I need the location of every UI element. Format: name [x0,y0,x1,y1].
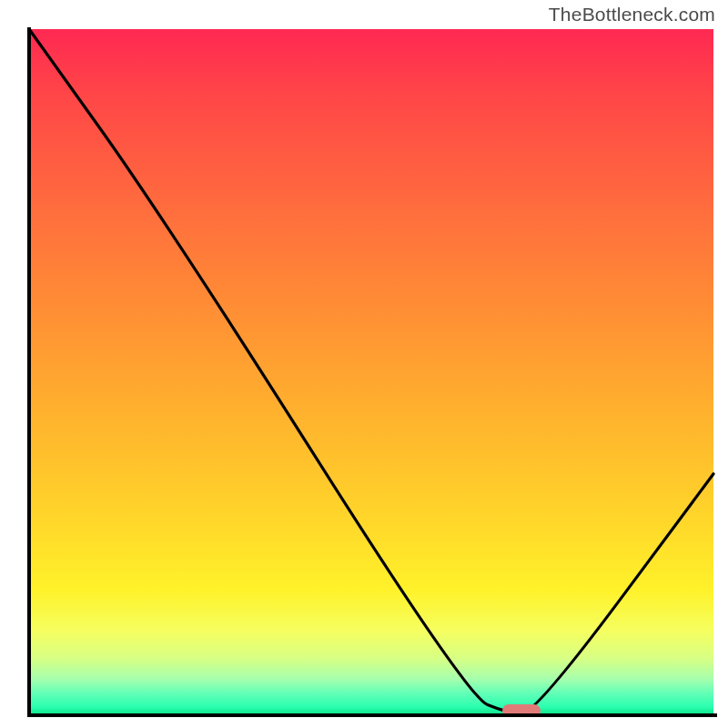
watermark-text: TheBottleneck.com [549,4,715,25]
bottleneck-curve-svg [29,29,713,713]
bottleneck-curve [29,29,713,713]
x-axis-line [27,713,717,717]
y-axis-line [27,27,31,717]
chart-container: TheBottleneck.com [0,0,728,728]
